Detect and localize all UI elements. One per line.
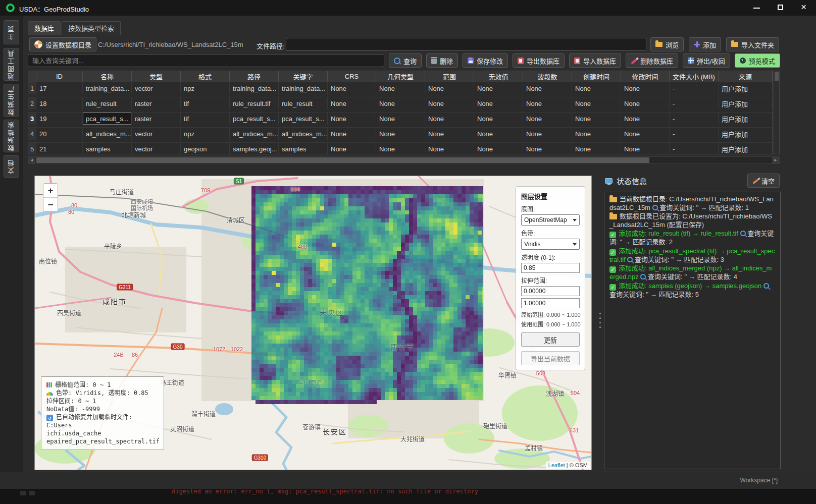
table-cell[interactable]: 19 (36, 113, 83, 125)
column-header[interactable]: 修改时间 (621, 71, 670, 81)
column-header[interactable]: 名称 (83, 71, 132, 81)
tab-search-by-type[interactable]: 按数据类型检索 (62, 21, 121, 35)
table-cell[interactable]: pca_result_s... (230, 113, 279, 125)
search-input[interactable] (28, 54, 384, 67)
table-cell[interactable]: tif (181, 97, 230, 109)
table-cell[interactable]: rule_result (279, 97, 328, 109)
table-cell[interactable]: None (572, 143, 621, 154)
column-header[interactable]: 几何类型 (376, 71, 425, 81)
table-cell[interactable]: None (425, 128, 474, 140)
browse-button[interactable]: 浏览 (650, 37, 684, 51)
zoom-out-button[interactable]: − (43, 198, 58, 211)
tab-database[interactable]: 数据库 (28, 21, 61, 35)
table-cell[interactable]: 用户添加 (719, 113, 773, 125)
delete-db-button[interactable]: 删除数据库 (626, 53, 678, 68)
table-cell[interactable]: None (328, 143, 376, 154)
maximize-button[interactable] (769, 0, 792, 16)
table-cell[interactable]: None (621, 143, 670, 154)
sidebar-item-data-retrieval[interactable]: 数据检索 (4, 120, 19, 152)
table-cell[interactable]: 18 (36, 97, 83, 109)
column-header[interactable]: 格式 (181, 71, 230, 81)
row-number[interactable]: 4 (28, 128, 36, 140)
table-cell[interactable]: samples (279, 143, 328, 154)
table-cell[interactable]: npz (181, 82, 230, 94)
table-cell[interactable]: None (572, 113, 621, 125)
column-header[interactable]: 范围 (425, 71, 474, 81)
export-db-button[interactable]: 导出数据库 (513, 53, 565, 68)
table-cell[interactable]: vector (132, 128, 181, 140)
table-cell[interactable]: all_indices_m... (230, 128, 279, 140)
table-cell[interactable]: None (523, 128, 572, 140)
table-cell[interactable]: all_indices_m... (83, 128, 132, 140)
table-cell[interactable]: raster (132, 97, 181, 109)
table-cell[interactable]: - (670, 143, 719, 154)
table-cell[interactable]: None (425, 82, 474, 94)
table-cell[interactable]: None (376, 97, 425, 109)
column-header[interactable]: 路径 (230, 71, 279, 81)
table-cell[interactable]: None (474, 97, 523, 109)
export-current-data-button[interactable]: 导出当前数据 (521, 351, 580, 365)
column-header[interactable]: 创建时间 (572, 71, 621, 81)
row-number[interactable]: 3 (28, 113, 36, 125)
table-row[interactable]: 218rule_resultrastertifrule_result.tifru… (28, 97, 773, 113)
table-cell[interactable]: samples.geoj... (230, 143, 279, 154)
table-cell[interactable]: None (425, 113, 474, 125)
table-cell[interactable]: vector (132, 143, 181, 154)
stretch-min-input[interactable]: 0.00000 (521, 286, 580, 296)
import-folder-button[interactable]: 导入文件夹 (726, 37, 779, 51)
table-cell[interactable]: None (572, 82, 621, 94)
table-vertical-scrollbar[interactable] (774, 71, 780, 154)
table-cell[interactable]: 用户添加 (719, 143, 773, 154)
row-number[interactable]: 2 (28, 97, 36, 109)
table-cell[interactable]: None (376, 113, 425, 125)
popout-button[interactable]: 弹出/收回 (683, 53, 730, 68)
table-cell[interactable]: None (474, 128, 523, 140)
table-cell[interactable]: - (670, 97, 719, 109)
file-path-input[interactable] (286, 38, 646, 51)
table-cell[interactable]: None (523, 143, 572, 154)
basemap-select[interactable]: OpenStreetMap (521, 214, 580, 226)
table-cell[interactable]: npz (181, 128, 230, 140)
table-cell[interactable]: all_indices_m... (279, 128, 328, 140)
table-cell[interactable]: raster (132, 113, 181, 125)
table-horizontal-scrollbar[interactable]: ◄ ► (28, 156, 780, 164)
table-cell[interactable]: vector (132, 82, 181, 94)
table-cell[interactable]: rule_result (83, 97, 132, 109)
update-button[interactable]: 更新 (521, 332, 580, 347)
add-button[interactable]: 添加 (689, 37, 721, 51)
table-cell[interactable]: None (328, 82, 376, 94)
table-cell[interactable]: pca_result_s... (279, 113, 328, 125)
column-header[interactable]: 来源 (719, 71, 773, 81)
table-cell[interactable]: None (425, 143, 474, 154)
row-number[interactable]: 1 (28, 82, 36, 94)
sidebar-item-home[interactable]: 主页 (4, 20, 19, 44)
table-cell[interactable]: None (328, 128, 376, 140)
table-row[interactable]: 319pca_result_s...rastertifpca_result_s.… (28, 113, 773, 128)
table-cell[interactable]: training_data... (230, 82, 279, 94)
table-row[interactable]: 420all_indices_m...vectornpzall_indices_… (28, 128, 773, 143)
table-cell[interactable]: None (621, 128, 670, 140)
table-cell[interactable]: rule_result.tif (230, 97, 279, 109)
sidebar-item-docs[interactable]: 文档 (4, 155, 19, 178)
table-cell[interactable]: samples (83, 143, 132, 154)
clear-log-button[interactable]: 清空 (747, 174, 780, 188)
table-cell[interactable]: None (474, 143, 523, 154)
table-cell[interactable]: - (670, 128, 719, 140)
sidebar-item-data-production[interactable]: 数据生产 (4, 84, 19, 117)
query-button[interactable]: 查询 (389, 53, 422, 68)
table-cell[interactable]: None (621, 82, 670, 94)
table-cell[interactable]: - (670, 113, 719, 125)
table-cell[interactable]: None (328, 97, 376, 109)
column-header[interactable]: 类型 (132, 71, 181, 81)
import-db-button[interactable]: 导入数据库 (569, 53, 621, 68)
table-cell[interactable]: None (621, 97, 670, 109)
column-header[interactable]: ID (36, 71, 83, 81)
minimize-button[interactable] (745, 0, 769, 16)
leaflet-link[interactable]: Leaflet (548, 462, 565, 468)
table-cell[interactable]: None (376, 82, 425, 94)
column-header[interactable]: 文件大小 (MB) (670, 71, 719, 81)
table-cell[interactable]: tif (181, 113, 230, 125)
set-data-root-button[interactable]: 设置数据根目录 (29, 37, 96, 51)
table-cell[interactable]: None (523, 113, 572, 125)
scrollbar-thumb[interactable] (36, 157, 649, 163)
